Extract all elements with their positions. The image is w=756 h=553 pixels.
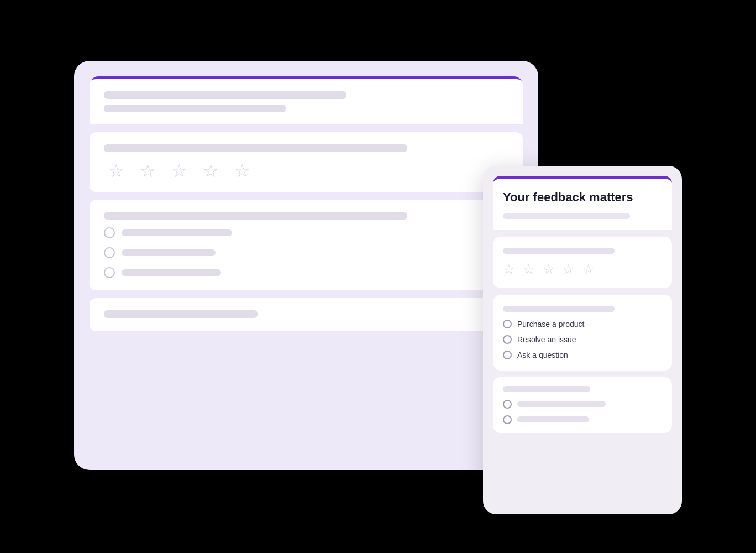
skeleton-bar: [104, 310, 258, 318]
radio-button[interactable]: [104, 247, 115, 258]
radio-option-label: Resolve an issue: [517, 335, 576, 344]
phone-radio-row: Purchase a product: [503, 320, 662, 328]
skeleton-bar: [122, 229, 232, 236]
star-icon[interactable]: ☆: [582, 262, 595, 277]
skeleton-bar: [104, 144, 407, 152]
radio-button[interactable]: [503, 415, 512, 424]
phone-radio-group: Purchase a product Resolve an issue Ask …: [503, 320, 662, 359]
tablet-radio-row: [104, 247, 508, 258]
star-icon[interactable]: ☆: [140, 162, 156, 180]
phone-rating-card: ☆ ☆ ☆ ☆ ☆: [493, 237, 672, 288]
star-icon[interactable]: ☆: [171, 162, 187, 180]
star-icon[interactable]: ☆: [563, 262, 575, 277]
scene: ☆ ☆ ☆ ☆ ☆: [74, 61, 682, 492]
phone-bottom-radio-row: [503, 400, 662, 409]
radio-button[interactable]: [503, 320, 512, 328]
skeleton-bar: [503, 213, 630, 219]
tablet-radio-row: [104, 267, 508, 278]
phone-radio-row: Ask a question: [503, 351, 662, 359]
star-icon[interactable]: ☆: [523, 262, 535, 277]
radio-option-label: Ask a question: [517, 351, 568, 359]
skeleton-bar: [122, 249, 216, 256]
skeleton-bar: [503, 386, 590, 392]
radio-button[interactable]: [503, 400, 512, 409]
tablet-radio-row: [104, 227, 508, 238]
star-icon[interactable]: ☆: [108, 162, 124, 180]
skeleton-bar: [104, 91, 347, 99]
tablet-radio-group: [104, 227, 508, 278]
phone-radio-row: Resolve an issue: [503, 335, 662, 344]
radio-button[interactable]: [104, 267, 115, 278]
phone-radio-card: Purchase a product Resolve an issue Ask …: [493, 295, 672, 371]
phone-bottom-radio-group: [503, 400, 662, 424]
phone-header-card: Your feedback matters: [493, 176, 672, 230]
star-icon[interactable]: ☆: [203, 162, 219, 180]
skeleton-bar: [517, 416, 589, 422]
skeleton-bar: [503, 248, 615, 254]
star-icon[interactable]: ☆: [543, 262, 555, 277]
phone-bottom-radio-row: [503, 415, 662, 424]
phone-stars-row: ☆ ☆ ☆ ☆ ☆: [503, 262, 662, 277]
skeleton-bar: [503, 306, 615, 312]
star-icon[interactable]: ☆: [503, 262, 515, 277]
radio-button[interactable]: [503, 351, 512, 359]
skeleton-bar: [517, 401, 606, 407]
radio-option-label: Purchase a product: [517, 320, 584, 328]
feedback-title: Your feedback matters: [503, 190, 662, 206]
stars-row: ☆ ☆ ☆ ☆ ☆: [104, 162, 508, 180]
radio-button[interactable]: [503, 335, 512, 344]
tablet-inner: ☆ ☆ ☆ ☆ ☆: [90, 76, 523, 455]
tablet-card-2: ☆ ☆ ☆ ☆ ☆: [90, 132, 523, 192]
tablet-card-4: [90, 298, 523, 331]
skeleton-bar: [104, 212, 407, 220]
skeleton-bar: [104, 105, 286, 112]
tablet-card-3: [90, 200, 523, 290]
star-icon[interactable]: ☆: [234, 162, 250, 180]
phone: Your feedback matters ☆ ☆ ☆ ☆ ☆ Purchase…: [483, 166, 682, 514]
phone-bottom-card: [493, 377, 672, 433]
tablet: ☆ ☆ ☆ ☆ ☆: [74, 61, 538, 470]
skeleton-bar: [122, 269, 221, 276]
radio-button[interactable]: [104, 227, 115, 238]
tablet-card-1: [90, 76, 523, 124]
